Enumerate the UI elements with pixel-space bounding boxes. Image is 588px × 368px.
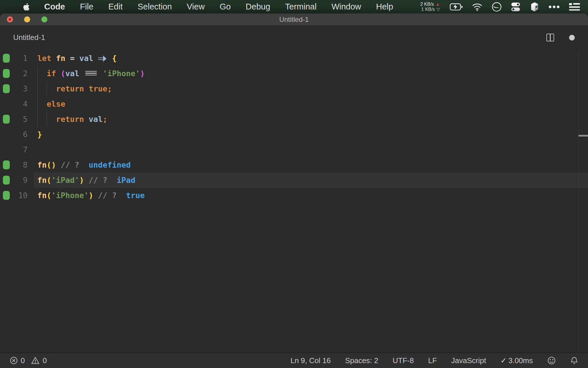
tab-untitled-1[interactable]: Untitled-1 (13, 33, 45, 42)
file-encoding[interactable]: UTF-8 (393, 356, 414, 365)
menu-bar: Code File Edit Selection View Go Debug T… (0, 0, 588, 14)
language-mode[interactable]: JavaScript (451, 356, 486, 365)
zoom-button[interactable] (41, 16, 47, 22)
battery-charging-icon[interactable] (450, 2, 463, 12)
line-number: 9 (0, 172, 28, 188)
ellipsis-icon[interactable] (548, 2, 560, 12)
code-line[interactable]: 1let fn = val { (0, 51, 588, 66)
line-number: 3 (0, 81, 28, 96)
code-line[interactable]: 8fn() // ? undefined (0, 157, 588, 172)
quokka-time: 3.00ms (508, 356, 533, 365)
code-line[interactable]: 6} (0, 127, 588, 142)
wifi-icon[interactable] (471, 2, 483, 12)
overview-ruler[interactable] (578, 50, 588, 352)
warning-count: 0 (42, 356, 47, 365)
arrow-ligature (98, 55, 107, 62)
check-icon: ✓ (500, 356, 507, 365)
menu-item-view[interactable]: View (187, 2, 205, 12)
code-text: let fn = val { (37, 51, 117, 66)
eol-setting[interactable]: LF (428, 356, 437, 365)
download-speed: 1 KB/s (421, 7, 435, 12)
cube-icon[interactable] (529, 2, 540, 12)
menu-item-code[interactable]: Code (44, 2, 65, 12)
menu-item-selection[interactable]: Selection (138, 2, 172, 12)
line-number: 4 (0, 96, 28, 112)
split-editor-icon[interactable] (546, 34, 554, 41)
code-text: fn('iPhone') // ? true (37, 188, 145, 203)
menu-item-go[interactable]: Go (220, 2, 231, 12)
unsaved-dot-icon[interactable] (569, 35, 575, 41)
warning-triangle-icon (31, 356, 40, 365)
menu-item-window[interactable]: Window (332, 2, 361, 12)
code-text: else (37, 96, 65, 112)
code-editor[interactable]: 1let fn = val {2 if (val 'iPhone')3 retu… (0, 50, 588, 352)
code-area[interactable]: 1let fn = val {2 if (val 'iPhone')3 retu… (0, 50, 588, 352)
cursor-position[interactable]: Ln 9, Col 16 (291, 356, 331, 365)
overview-cursor-mark (579, 135, 588, 137)
line-number: 10 (0, 188, 28, 203)
indentation-setting[interactable]: Spaces: 2 (345, 356, 378, 365)
upload-speed: 2 KB/s (420, 2, 434, 7)
code-text: return val; (37, 112, 107, 127)
bell-icon[interactable] (570, 356, 578, 365)
line-number: 2 (0, 66, 28, 81)
line-number: 1 (0, 51, 28, 66)
close-button[interactable] (7, 16, 13, 22)
upload-arrow-icon: ▲ (436, 2, 440, 7)
code-text: if (val 'iPhone') (37, 66, 145, 81)
download-arrow-icon: ▽ (436, 7, 440, 12)
line-number: 7 (0, 142, 28, 157)
gauge-icon[interactable] (492, 2, 502, 12)
error-circle-icon (10, 356, 18, 365)
code-line[interactable]: 5 return val; (0, 112, 588, 127)
editor-header: Untitled-1 (0, 25, 588, 50)
code-text: fn() // ? undefined (37, 157, 131, 172)
minimize-button[interactable] (24, 16, 30, 22)
network-speed-indicator[interactable]: 2 KB/s▲ 1 KB/s▽ (420, 2, 440, 12)
code-line[interactable]: 7 (0, 142, 588, 157)
menu-item-terminal[interactable]: Terminal (285, 2, 317, 12)
title-bar[interactable]: Untitled-1 (0, 14, 588, 25)
code-line[interactable]: 9fn('iPad') // ? iPad (0, 172, 588, 188)
apple-menu-icon[interactable] (22, 2, 31, 12)
line-number: 6 (0, 127, 28, 142)
error-count: 0 (21, 356, 25, 365)
menu-item-file[interactable]: File (80, 2, 94, 12)
code-text: return true; (37, 81, 112, 96)
status-bar: 0 0 Ln 9, Col 16 Spaces: 2 UTF-8 LF Java… (0, 352, 588, 368)
menu-item-help[interactable]: Help (376, 2, 393, 12)
line-number: 5 (0, 112, 28, 127)
code-text: } (37, 127, 42, 142)
code-text: fn('iPad') // ? iPad (37, 172, 135, 188)
line-number: 8 (0, 157, 28, 172)
triple-equals-ligature (84, 71, 98, 75)
code-line[interactable]: 4 else (0, 96, 588, 112)
toggles-icon[interactable] (510, 2, 521, 12)
quokka-status[interactable]: ✓ 3.00ms (500, 356, 533, 365)
code-line[interactable]: 10fn('iPhone') // ? true (0, 188, 588, 203)
menu-item-edit[interactable]: Edit (108, 2, 123, 12)
window-title: Untitled-1 (279, 16, 309, 24)
code-line[interactable]: 3 return true; (0, 81, 588, 96)
editor-window: Untitled-1 Untitled-1 1let fn = val {2 i… (0, 14, 588, 368)
code-line[interactable]: 2 if (val 'iPhone') (0, 66, 588, 81)
list-icon[interactable] (568, 2, 581, 12)
smiley-icon[interactable] (547, 356, 556, 365)
problems-indicator[interactable]: 0 0 (10, 356, 47, 365)
menu-item-debug[interactable]: Debug (246, 2, 270, 12)
